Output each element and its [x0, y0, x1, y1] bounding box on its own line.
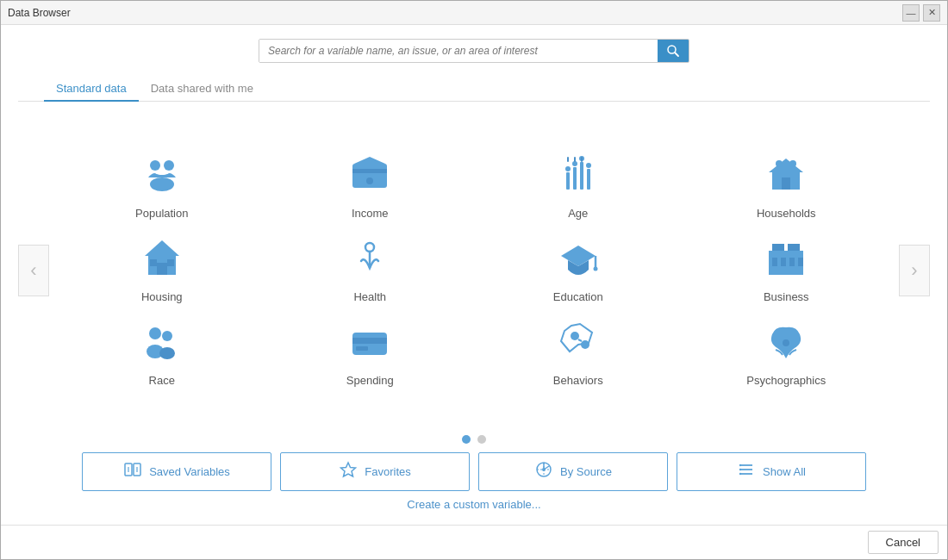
behaviors-label: Behaviors [553, 374, 603, 387]
window-title: Data Browser [8, 7, 71, 19]
search-wrap [259, 39, 689, 63]
svg-rect-39 [789, 258, 795, 266]
svg-point-23 [789, 160, 796, 167]
svg-rect-16 [567, 157, 569, 162]
grid-item-households[interactable]: Households [683, 145, 891, 228]
svg-point-2 [150, 160, 160, 171]
create-custom-link[interactable]: Create a custom variable... [18, 498, 930, 511]
show-all-button[interactable]: Show All [677, 452, 866, 491]
svg-rect-36 [769, 251, 803, 256]
svg-point-12 [565, 166, 571, 171]
cancel-button[interactable]: Cancel [868, 531, 939, 554]
population-icon [141, 153, 183, 200]
svg-rect-8 [566, 172, 570, 190]
race-label: Race [149, 374, 175, 387]
svg-marker-19 [769, 159, 803, 172]
footer: Cancel [1, 525, 947, 559]
saved-variables-label: Saved Variables [149, 465, 230, 478]
svg-point-44 [159, 347, 175, 359]
svg-point-4 [150, 177, 174, 191]
psychographics-icon [765, 320, 807, 367]
saved-variables-button[interactable]: Saved Variables [82, 452, 271, 491]
dot-1[interactable] [462, 435, 471, 444]
show-all-label: Show All [763, 465, 806, 478]
prev-button[interactable]: ‹ [18, 245, 49, 296]
grid-item-population[interactable]: Population [58, 145, 266, 228]
svg-marker-30 [561, 246, 596, 266]
business-icon [765, 237, 807, 283]
main-content: Standard data Data shared with me ‹ Popu… [1, 25, 947, 525]
education-icon [558, 237, 599, 283]
close-button[interactable]: ✕ [923, 4, 940, 22]
svg-rect-28 [167, 259, 174, 266]
search-icon [666, 44, 680, 58]
search-bar [18, 39, 930, 63]
housing-icon [141, 237, 183, 283]
favorites-icon [339, 460, 358, 483]
grid-item-education[interactable]: Education [474, 228, 683, 312]
svg-rect-37 [772, 258, 777, 266]
grid-item-business[interactable]: Business [683, 228, 891, 312]
households-label: Households [757, 207, 816, 220]
behaviors-icon [558, 320, 599, 367]
svg-point-29 [365, 243, 374, 252]
svg-point-32 [593, 267, 597, 271]
grid-item-behaviors[interactable]: Behaviors [474, 312, 683, 395]
carousel-area: ‹ Population Income [18, 110, 930, 430]
svg-point-22 [776, 160, 783, 167]
source-icon [534, 460, 553, 483]
minimize-button[interactable]: — [902, 4, 920, 22]
svg-point-67 [739, 464, 741, 466]
svg-rect-26 [157, 263, 167, 275]
households-icon [765, 153, 807, 200]
svg-point-3 [164, 160, 174, 171]
svg-line-51 [578, 339, 582, 341]
health-icon [349, 237, 390, 283]
age-label: Age [568, 207, 588, 220]
grid-item-spending[interactable]: Spending [266, 312, 475, 395]
svg-rect-9 [573, 167, 577, 190]
by-source-button[interactable]: By Source [478, 452, 668, 491]
tab-standard[interactable]: Standard data [44, 77, 139, 102]
business-label: Business [764, 290, 809, 303]
psychographics-label: Psychographics [746, 374, 826, 387]
svg-rect-17 [574, 157, 576, 162]
housing-label: Housing [141, 290, 183, 303]
svg-point-69 [739, 473, 741, 475]
svg-rect-46 [352, 338, 387, 344]
grid-item-health[interactable]: Health [266, 228, 475, 312]
svg-point-50 [581, 340, 589, 349]
population-label: Population [135, 207, 188, 220]
next-button[interactable]: › [899, 245, 930, 296]
carousel-dots [18, 435, 930, 444]
grid-item-psychographics[interactable]: Psychographics [683, 312, 891, 395]
favorites-label: Favorites [365, 465, 410, 478]
saved-icon [123, 460, 142, 483]
window-controls: — ✕ [902, 4, 940, 22]
svg-rect-47 [356, 346, 368, 351]
grid-item-income[interactable]: Income [266, 145, 475, 228]
race-icon [141, 320, 183, 367]
grid-item-age[interactable]: Age [474, 145, 683, 228]
grid-item-race[interactable]: Race [58, 312, 266, 395]
title-bar: Data Browser — ✕ [1, 1, 947, 25]
bottom-buttons: Saved Variables Favorites [18, 452, 930, 491]
spending-icon [349, 320, 390, 367]
svg-line-1 [675, 53, 678, 56]
tab-shared[interactable]: Data shared with me [139, 77, 265, 102]
income-icon [349, 153, 390, 200]
health-label: Health [353, 290, 386, 303]
svg-point-41 [149, 327, 161, 339]
svg-marker-57 [341, 463, 356, 476]
showall-icon [737, 460, 756, 483]
svg-rect-11 [587, 169, 590, 190]
search-input[interactable] [259, 40, 658, 62]
grid-item-housing[interactable]: Housing [58, 228, 266, 312]
search-button[interactable] [658, 40, 689, 62]
dot-2[interactable] [477, 435, 486, 444]
svg-point-15 [586, 163, 591, 168]
income-label: Income [352, 207, 389, 220]
svg-rect-27 [150, 259, 157, 266]
svg-rect-38 [781, 258, 786, 266]
favorites-button[interactable]: Favorites [280, 452, 470, 491]
